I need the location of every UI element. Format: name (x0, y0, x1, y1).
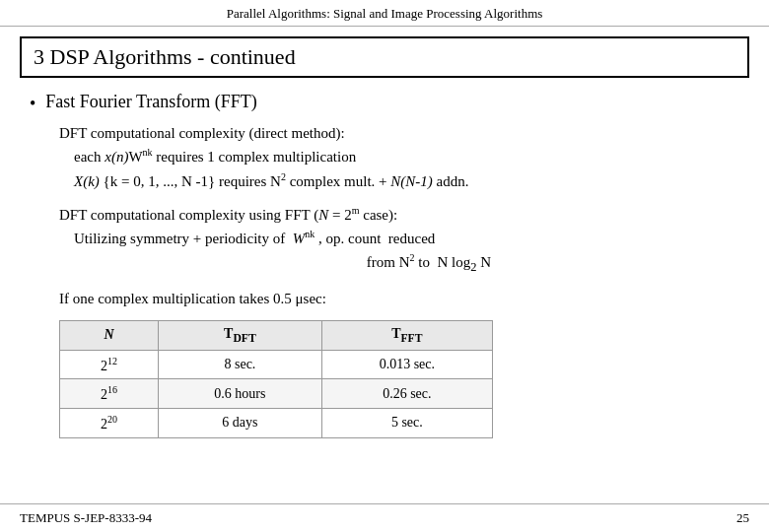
fft-line3: from N2 to N log2 N (118, 250, 739, 277)
mult-line: If one complex multiplication takes 0.5 … (59, 288, 739, 310)
cell-tdft-3: 6 days (159, 408, 321, 437)
dft-direct-block: DFT computational complexity (direct met… (59, 122, 739, 193)
expr-xn: x(n)Wnk (105, 149, 152, 165)
footer-right: 25 (736, 510, 749, 526)
cell-tdft-1: 8 sec. (159, 350, 321, 379)
fft-complexity-block: DFT computational complexity using FFT (… (59, 203, 739, 278)
cell-n-1: 212 (60, 350, 159, 379)
table-row: 216 0.6 hours 0.26 sec. (60, 379, 493, 409)
cell-tdft-2: 0.6 hours (159, 379, 321, 409)
fft-line2: Utilizing symmetry + periodicity of Wnk … (59, 227, 739, 250)
main-content: • Fast Fourier Transform (FFT) DFT compu… (0, 88, 769, 310)
cell-n-3: 220 (60, 408, 159, 437)
bullet-text-1: Fast Fourier Transform (FFT) (45, 92, 257, 112)
section-label: 3 DSP Algorithms - continued (34, 44, 296, 69)
col-header-tfft: TFFT (321, 320, 492, 350)
bullet-symbol: • (30, 94, 35, 114)
header-title: Parallel Algorithms: Signal and Image Pr… (0, 0, 769, 27)
footer-left: TEMPUS S-JEP-8333-94 (20, 510, 152, 526)
cell-tfft-2: 0.26 sec. (321, 379, 492, 409)
header-title-text: Parallel Algorithms: Signal and Image Pr… (227, 6, 543, 21)
footer: TEMPUS S-JEP-8333-94 25 (0, 503, 769, 532)
table-row: 212 8 sec. 0.013 sec. (60, 350, 493, 379)
bullet-item-1: • Fast Fourier Transform (FFT) (30, 92, 739, 114)
dft-line2: each x(n)Wnk requires 1 complex multipli… (59, 145, 739, 168)
fft-line1: DFT computational complexity using FFT (… (59, 203, 739, 227)
complexity-table: N TDFT TFFT 212 8 sec. 0.013 sec. 216 0.… (59, 320, 493, 438)
cell-n-2: 216 (60, 379, 159, 409)
section-header: 3 DSP Algorithms - continued (20, 36, 749, 78)
table-header-row: N TDFT TFFT (60, 320, 493, 350)
complexity-table-container: N TDFT TFFT 212 8 sec. 0.013 sec. 216 0.… (30, 320, 739, 438)
table-row: 220 6 days 5 sec. (60, 408, 493, 437)
dft-line1: DFT computational complexity (direct met… (59, 122, 739, 145)
col-header-n: N (60, 320, 159, 350)
multiplication-block: If one complex multiplication takes 0.5 … (59, 288, 739, 310)
cell-tfft-1: 0.013 sec. (321, 350, 492, 379)
col-header-tdft: TDFT (159, 320, 321, 350)
dft-line3: X(k) {k = 0, 1, ..., N -1} requires N2 c… (59, 169, 739, 193)
cell-tfft-3: 5 sec. (321, 408, 492, 437)
